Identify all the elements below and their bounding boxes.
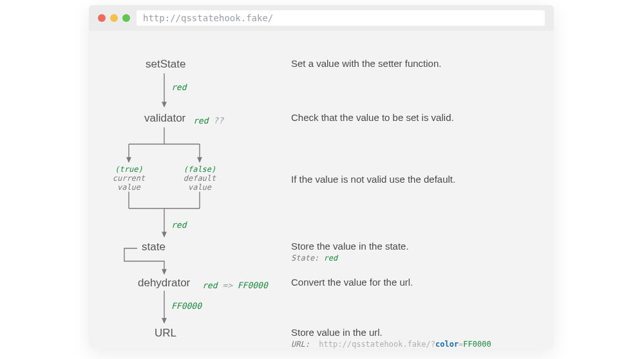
maximize-icon[interactable] — [122, 14, 130, 22]
node-dehydrator: dehydrator — [138, 277, 190, 290]
desc-url-sub-label: URL: — [291, 340, 310, 349]
branch-false-label: (false) — [180, 165, 219, 174]
edge-setstate-validator-label: red — [171, 82, 186, 92]
desc-dehydrator: Convert the value for the url. — [291, 277, 413, 288]
desc-state-sub: State: red — [291, 253, 337, 262]
address-bar[interactable]: http://qsstatehook.fake/ — [137, 10, 545, 26]
validator-annot-value: red — [193, 116, 208, 125]
validator-annotation: red ?? — [193, 116, 223, 125]
desc-url-sub-key: color — [435, 340, 459, 349]
dehydrator-annot-arrow: => — [222, 281, 232, 290]
titlebar: http://qsstatehook.fake/ — [89, 5, 554, 31]
node-setstate: setState — [146, 58, 185, 71]
node-url: URL — [155, 327, 176, 340]
browser-window: http://qsstatehook.fake/ — [89, 5, 554, 349]
desc-state-sub-value: red — [324, 253, 338, 262]
minimize-icon[interactable] — [110, 14, 118, 22]
desc-state-sub-label: State: — [291, 253, 319, 262]
flow-lines — [89, 31, 554, 349]
desc-url: Store value in the url. — [291, 327, 383, 338]
desc-url-sub-base: http://qsstatehook.fake/? — [319, 340, 435, 349]
window-controls — [98, 14, 130, 22]
branch-true-sublabel: current value — [109, 174, 148, 192]
edge-dehydrator-url-label: FF0000 — [171, 301, 202, 311]
desc-validator: Check that the value to be set is valid. — [291, 112, 454, 123]
branch-false-sublabel: default value — [180, 174, 219, 192]
dehydrator-annot-in: red — [202, 281, 217, 290]
dehydrator-annotation: red => FF0000 — [202, 281, 268, 290]
branch-true-label: (true) — [109, 165, 148, 174]
desc-url-sub-val: FF0000 — [463, 340, 491, 349]
desc-setstate: Set a value with the setter function. — [291, 58, 441, 69]
node-state: state — [142, 241, 166, 253]
close-icon[interactable] — [98, 14, 106, 22]
desc-url-sub: URL: http://qsstatehook.fake/?color=FF00… — [291, 340, 491, 349]
validator-annot-qq: ?? — [213, 116, 223, 125]
dehydrator-annot-out: FF0000 — [238, 281, 268, 290]
node-validator: validator — [144, 112, 185, 125]
desc-branches: If the value is not valid use the defaul… — [291, 174, 455, 185]
edge-branches-state-label: red — [171, 220, 186, 230]
diagram: setState validator state dehydrator URL … — [89, 31, 554, 349]
desc-state: Store the value in the state. — [291, 241, 409, 252]
